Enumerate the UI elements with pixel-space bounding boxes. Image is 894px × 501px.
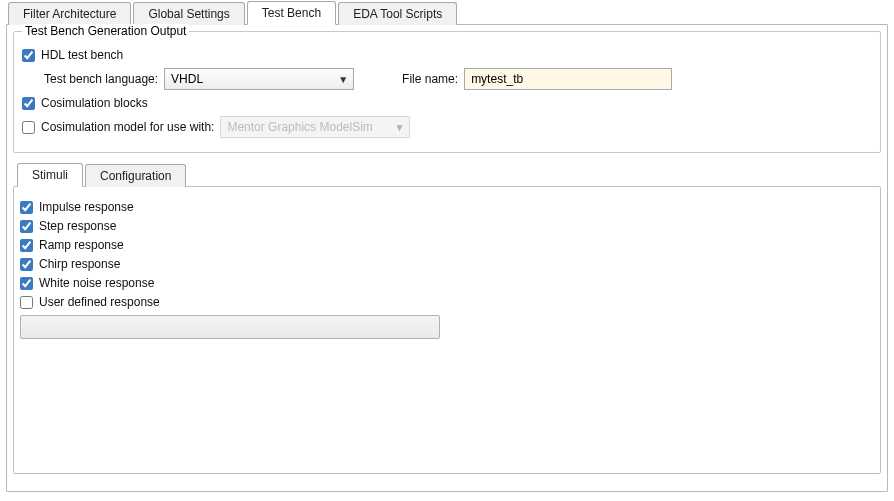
row-impulse: Impulse response xyxy=(20,200,874,214)
select-cosim-model: Mentor Graphics ModelSim xyxy=(220,116,410,138)
dialog-root: Filter Architecture Global Settings Test… xyxy=(0,0,894,501)
select-wrap-tb-language: VHDL ▼ xyxy=(164,68,354,90)
row-cosim-blocks: Cosimulation blocks xyxy=(22,96,872,110)
label-cosim-model: Cosimulation model for use with: xyxy=(41,120,214,134)
checkbox-cosim-blocks[interactable] xyxy=(22,97,35,110)
checkbox-ramp-response[interactable] xyxy=(20,239,33,252)
main-tab-row: Filter Architecture Global Settings Test… xyxy=(0,0,894,24)
tab-eda-tool-scripts[interactable]: EDA Tool Scripts xyxy=(338,2,457,25)
row-ramp: Ramp response xyxy=(20,238,874,252)
label-cosim-blocks: Cosimulation blocks xyxy=(41,96,148,110)
row-chirp: Chirp response xyxy=(20,257,874,271)
input-user-defined-path xyxy=(20,315,440,339)
label-tb-language: Test bench language: xyxy=(44,72,158,86)
label-user-defined-response: User defined response xyxy=(39,295,160,309)
checkbox-impulse-response[interactable] xyxy=(20,201,33,214)
tab-test-bench[interactable]: Test Bench xyxy=(247,1,336,25)
row-white-noise: White noise response xyxy=(20,276,874,290)
label-impulse-response: Impulse response xyxy=(39,200,134,214)
checkbox-hdl-test-bench[interactable] xyxy=(22,49,35,62)
row-user-defined: User defined response xyxy=(20,295,874,309)
inner-tab-row: Stimuli Configuration xyxy=(13,163,881,186)
input-file-name[interactable] xyxy=(464,68,672,90)
label-hdl-test-bench: HDL test bench xyxy=(41,48,123,62)
checkbox-cosim-model[interactable] xyxy=(22,121,35,134)
fieldset-test-bench-output: Test Bench Generation Output HDL test be… xyxy=(13,31,881,153)
row-cosim-model: Cosimulation model for use with: Mentor … xyxy=(22,116,872,138)
fieldset-legend: Test Bench Generation Output xyxy=(22,24,189,38)
checkbox-chirp-response[interactable] xyxy=(20,258,33,271)
label-step-response: Step response xyxy=(39,219,116,233)
label-chirp-response: Chirp response xyxy=(39,257,120,271)
row-hdl-test-bench: HDL test bench xyxy=(22,48,872,62)
row-step: Step response xyxy=(20,219,874,233)
tab-configuration[interactable]: Configuration xyxy=(85,164,186,187)
panel-stimuli: Impulse response Step response Ramp resp… xyxy=(13,186,881,474)
label-ramp-response: Ramp response xyxy=(39,238,124,252)
row-tb-lang-file: Test bench language: VHDL ▼ File name: xyxy=(44,68,872,90)
select-wrap-cosim-model: Mentor Graphics ModelSim ▼ xyxy=(220,116,410,138)
label-file-name: File name: xyxy=(402,72,458,86)
tab-filter-architecture[interactable]: Filter Architecture xyxy=(8,2,131,25)
tab-global-settings[interactable]: Global Settings xyxy=(133,2,244,25)
label-white-noise-response: White noise response xyxy=(39,276,154,290)
checkbox-user-defined-response[interactable] xyxy=(20,296,33,309)
tab-stimuli[interactable]: Stimuli xyxy=(17,163,83,187)
stimuli-list: Impulse response Step response Ramp resp… xyxy=(20,200,874,339)
checkbox-step-response[interactable] xyxy=(20,220,33,233)
checkbox-white-noise-response[interactable] xyxy=(20,277,33,290)
select-tb-language[interactable]: VHDL xyxy=(164,68,354,90)
tab-panel-test-bench: Test Bench Generation Output HDL test be… xyxy=(6,24,888,492)
